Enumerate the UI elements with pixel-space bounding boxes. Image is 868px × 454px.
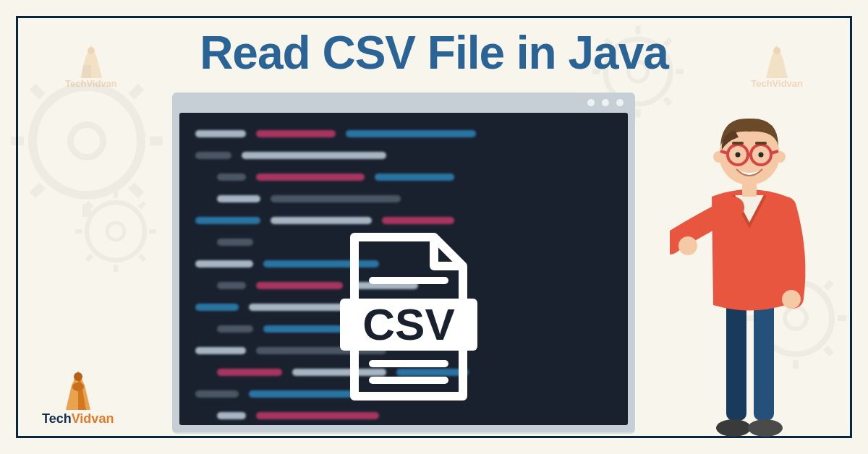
svg-point-39	[74, 372, 82, 381]
page-title: Read CSV File in Java	[0, 26, 868, 80]
logo-icon	[60, 368, 96, 411]
window-dot	[602, 99, 609, 106]
svg-point-22	[716, 419, 751, 437]
svg-point-36	[759, 153, 764, 158]
svg-rect-21	[754, 298, 774, 421]
editor-titlebar	[172, 93, 635, 113]
csv-text: CSV	[362, 299, 454, 349]
svg-point-23	[748, 419, 783, 437]
svg-point-35	[736, 153, 741, 158]
window-dot	[587, 99, 595, 106]
svg-rect-38	[755, 142, 767, 145]
svg-rect-20	[726, 298, 746, 421]
csv-file-icon: CSV	[333, 230, 477, 406]
logo-text: TechVidvan	[42, 411, 114, 427]
svg-point-25	[782, 290, 801, 309]
brand-logo: TechVidvan	[42, 368, 114, 427]
svg-point-40	[72, 382, 84, 391]
window-dot	[616, 99, 624, 106]
person-illustration	[670, 110, 823, 439]
svg-point-24	[678, 236, 697, 255]
svg-rect-37	[732, 142, 744, 145]
